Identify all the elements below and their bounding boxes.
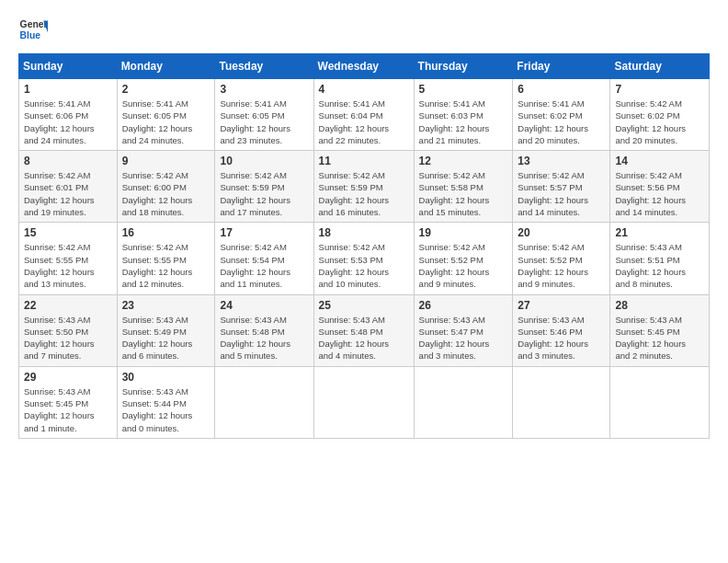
weekday-header-sunday: Sunday — [19, 54, 118, 79]
day-info: Sunrise: 5:41 AM Sunset: 6:06 PM Dayligh… — [24, 98, 112, 146]
day-number: 12 — [419, 155, 508, 167]
weekday-header-friday: Friday — [513, 54, 610, 79]
day-number: 17 — [220, 226, 308, 239]
calendar-cell: 4Sunrise: 5:41 AM Sunset: 6:04 PM Daylig… — [313, 79, 414, 151]
calendar-cell: 27Sunrise: 5:43 AM Sunset: 5:46 PM Dayli… — [513, 294, 610, 366]
day-number: 30 — [122, 371, 210, 384]
day-number: 27 — [518, 299, 605, 312]
calendar-cell: 3Sunrise: 5:41 AM Sunset: 6:05 PM Daylig… — [215, 79, 313, 151]
day-number: 24 — [220, 299, 308, 312]
day-info: Sunrise: 5:43 AM Sunset: 5:51 PM Dayligh… — [615, 241, 704, 290]
day-info: Sunrise: 5:43 AM Sunset: 5:50 PM Dayligh… — [24, 314, 112, 362]
calendar-cell: 18Sunrise: 5:42 AM Sunset: 5:53 PM Dayli… — [313, 223, 414, 294]
day-info: Sunrise: 5:42 AM Sunset: 6:02 PM Dayligh… — [615, 98, 704, 146]
day-number: 20 — [518, 226, 605, 239]
day-info: Sunrise: 5:42 AM Sunset: 5:59 PM Dayligh… — [220, 169, 308, 218]
calendar-cell: 9Sunrise: 5:42 AM Sunset: 6:00 PM Daylig… — [117, 151, 215, 223]
day-number: 18 — [319, 226, 409, 239]
calendar-cell: 1Sunrise: 5:41 AM Sunset: 6:06 PM Daylig… — [19, 79, 118, 151]
weekday-header-monday: Monday — [117, 54, 215, 79]
day-number: 28 — [615, 299, 704, 312]
day-number: 10 — [220, 155, 308, 167]
calendar-cell: 29Sunrise: 5:43 AM Sunset: 5:45 PM Dayli… — [19, 366, 118, 438]
day-number: 6 — [518, 83, 605, 96]
weekday-header-wednesday: Wednesday — [313, 54, 414, 79]
calendar-cell: 6Sunrise: 5:41 AM Sunset: 6:02 PM Daylig… — [513, 79, 610, 151]
calendar-cell: 25Sunrise: 5:43 AM Sunset: 5:48 PM Dayli… — [313, 294, 414, 366]
calendar-cell: 13Sunrise: 5:42 AM Sunset: 5:57 PM Dayli… — [513, 151, 610, 223]
logo-icon: General Blue — [18, 15, 48, 44]
calendar-cell: 16Sunrise: 5:42 AM Sunset: 5:55 PM Dayli… — [117, 223, 215, 294]
day-number: 15 — [24, 226, 112, 239]
day-number: 5 — [419, 83, 508, 96]
day-number: 4 — [319, 83, 409, 96]
day-info: Sunrise: 5:42 AM Sunset: 5:52 PM Dayligh… — [518, 241, 605, 290]
day-number: 11 — [319, 155, 409, 167]
day-number: 26 — [419, 299, 508, 312]
day-number: 3 — [220, 83, 308, 96]
day-info: Sunrise: 5:43 AM Sunset: 5:46 PM Dayligh… — [518, 314, 605, 362]
day-info: Sunrise: 5:42 AM Sunset: 5:55 PM Dayligh… — [24, 241, 112, 290]
calendar-cell: 23Sunrise: 5:43 AM Sunset: 5:49 PM Dayli… — [117, 294, 215, 366]
day-number: 23 — [122, 299, 210, 312]
calendar-cell: 2Sunrise: 5:41 AM Sunset: 6:05 PM Daylig… — [117, 79, 215, 151]
calendar-cell: 5Sunrise: 5:41 AM Sunset: 6:03 PM Daylig… — [414, 79, 513, 151]
calendar-cell: 21Sunrise: 5:43 AM Sunset: 5:51 PM Dayli… — [610, 223, 710, 294]
day-number: 22 — [24, 299, 112, 312]
day-info: Sunrise: 5:42 AM Sunset: 5:53 PM Dayligh… — [319, 241, 409, 290]
calendar-cell: 22Sunrise: 5:43 AM Sunset: 5:50 PM Dayli… — [19, 294, 118, 366]
day-info: Sunrise: 5:41 AM Sunset: 6:03 PM Dayligh… — [419, 98, 508, 146]
day-info: Sunrise: 5:43 AM Sunset: 5:45 PM Dayligh… — [24, 385, 112, 434]
day-info: Sunrise: 5:42 AM Sunset: 6:00 PM Dayligh… — [122, 169, 210, 218]
day-info: Sunrise: 5:42 AM Sunset: 5:59 PM Dayligh… — [319, 169, 409, 218]
calendar-cell — [610, 366, 710, 438]
page: General Blue SundayMondayTuesdayWednesda… — [0, 0, 728, 563]
calendar-cell: 30Sunrise: 5:43 AM Sunset: 5:44 PM Dayli… — [117, 366, 215, 438]
calendar-cell: 7Sunrise: 5:42 AM Sunset: 6:02 PM Daylig… — [610, 79, 710, 151]
calendar-cell: 10Sunrise: 5:42 AM Sunset: 5:59 PM Dayli… — [215, 151, 313, 223]
calendar-table: SundayMondayTuesdayWednesdayThursdayFrid… — [18, 53, 710, 439]
calendar-cell — [513, 366, 610, 438]
day-info: Sunrise: 5:43 AM Sunset: 5:44 PM Dayligh… — [122, 385, 210, 434]
day-info: Sunrise: 5:42 AM Sunset: 5:57 PM Dayligh… — [518, 169, 605, 218]
calendar-cell: 12Sunrise: 5:42 AM Sunset: 5:58 PM Dayli… — [414, 151, 513, 223]
calendar-cell: 14Sunrise: 5:42 AM Sunset: 5:56 PM Dayli… — [610, 151, 710, 223]
day-info: Sunrise: 5:41 AM Sunset: 6:05 PM Dayligh… — [220, 98, 308, 146]
day-info: Sunrise: 5:41 AM Sunset: 6:02 PM Dayligh… — [518, 98, 605, 146]
calendar-cell: 20Sunrise: 5:42 AM Sunset: 5:52 PM Dayli… — [513, 223, 610, 294]
calendar-cell: 26Sunrise: 5:43 AM Sunset: 5:47 PM Dayli… — [414, 294, 513, 366]
day-info: Sunrise: 5:42 AM Sunset: 5:52 PM Dayligh… — [419, 241, 508, 290]
day-info: Sunrise: 5:42 AM Sunset: 5:54 PM Dayligh… — [220, 241, 308, 290]
day-info: Sunrise: 5:41 AM Sunset: 6:05 PM Dayligh… — [122, 98, 210, 146]
day-number: 21 — [615, 226, 704, 239]
svg-text:General: General — [20, 19, 48, 29]
day-info: Sunrise: 5:43 AM Sunset: 5:49 PM Dayligh… — [122, 314, 210, 362]
day-number: 1 — [24, 83, 112, 96]
day-info: Sunrise: 5:42 AM Sunset: 5:58 PM Dayligh… — [419, 169, 508, 218]
day-number: 8 — [24, 155, 112, 167]
day-info: Sunrise: 5:43 AM Sunset: 5:45 PM Dayligh… — [615, 314, 704, 362]
day-info: Sunrise: 5:42 AM Sunset: 5:55 PM Dayligh… — [122, 241, 210, 290]
logo: General Blue — [18, 15, 53, 44]
calendar-cell: 15Sunrise: 5:42 AM Sunset: 5:55 PM Dayli… — [19, 223, 118, 294]
day-info: Sunrise: 5:42 AM Sunset: 6:01 PM Dayligh… — [24, 169, 112, 218]
day-info: Sunrise: 5:41 AM Sunset: 6:04 PM Dayligh… — [319, 98, 409, 146]
calendar-cell: 19Sunrise: 5:42 AM Sunset: 5:52 PM Dayli… — [414, 223, 513, 294]
calendar-cell: 11Sunrise: 5:42 AM Sunset: 5:59 PM Dayli… — [313, 151, 414, 223]
calendar-cell: 24Sunrise: 5:43 AM Sunset: 5:48 PM Dayli… — [215, 294, 313, 366]
calendar-cell: 28Sunrise: 5:43 AM Sunset: 5:45 PM Dayli… — [610, 294, 710, 366]
calendar-cell: 8Sunrise: 5:42 AM Sunset: 6:01 PM Daylig… — [19, 151, 118, 223]
calendar-cell — [414, 366, 513, 438]
calendar-cell — [215, 366, 313, 438]
header: General Blue — [18, 15, 710, 44]
day-number: 16 — [122, 226, 210, 239]
day-info: Sunrise: 5:43 AM Sunset: 5:48 PM Dayligh… — [220, 314, 308, 362]
weekday-header-saturday: Saturday — [610, 54, 710, 79]
day-number: 9 — [122, 155, 210, 167]
day-info: Sunrise: 5:43 AM Sunset: 5:48 PM Dayligh… — [319, 314, 409, 362]
day-number: 14 — [615, 155, 704, 167]
day-info: Sunrise: 5:42 AM Sunset: 5:56 PM Dayligh… — [615, 169, 704, 218]
weekday-header-thursday: Thursday — [414, 54, 513, 79]
day-number: 2 — [122, 83, 210, 96]
day-number: 19 — [419, 226, 508, 239]
